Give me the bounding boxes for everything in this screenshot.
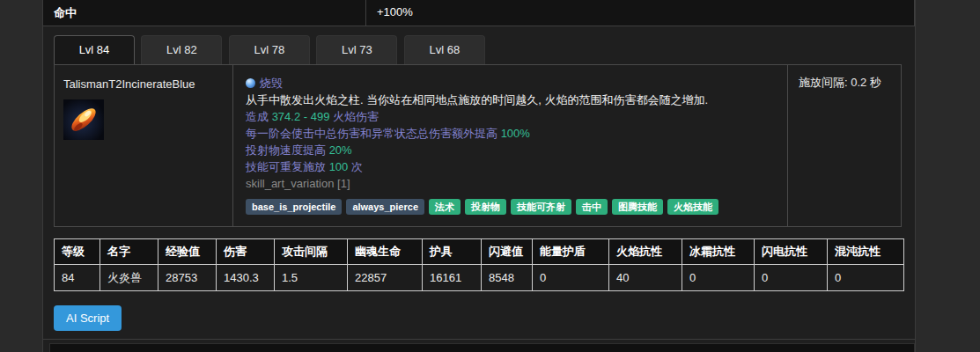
col-armour: 护具 — [423, 239, 482, 265]
skill-mod-line: 技能可重复施放 100 次 — [246, 158, 775, 175]
skill-gem-icon — [246, 78, 255, 88]
level-tabs: Lvl 84 Lvl 82 Lvl 78 Lvl 73 Lvl 68 — [54, 35, 915, 64]
skill-base-cell: TalismanT2IncinerateBlue — [55, 65, 232, 226]
tag-badge: 击中 — [576, 199, 608, 215]
cell-lightning-resist: 0 — [755, 265, 828, 291]
tag-badge: 法术 — [429, 199, 461, 215]
col-chaos-resist: 混沌抗性 — [828, 239, 904, 265]
cell-name: 火炎兽 — [100, 265, 158, 291]
monster-stats-table: 等级 名字 经验值 伤害 攻击间隔 幽魂生命 护具 闪避值 能量护盾 火焰抗性 … — [54, 238, 904, 291]
cell-fire-resist: 40 — [609, 265, 682, 291]
skill-base-name: TalismanT2IncinerateBlue — [63, 77, 224, 91]
tab-lvl-84[interactable]: Lvl 84 — [54, 35, 135, 64]
col-fire-resist: 火焰抗性 — [609, 239, 682, 265]
tag-badge: 投射物 — [465, 199, 506, 215]
cell-cold-resist: 0 — [682, 265, 755, 291]
skill-detail-cell: 烧毁 从手中散发出火焰之柱. 当你站在相同地点施放的时间越久, 火焰的范围和伤害… — [232, 65, 788, 226]
stat-row-value: +100% — [366, 0, 915, 26]
col-spirit-life: 幽魂生命 — [348, 239, 423, 265]
tab-lvl-73[interactable]: Lvl 73 — [316, 35, 397, 64]
cell-evasion: 8548 — [482, 265, 533, 291]
skill-meta-line: skill_art_variation [1] — [246, 175, 775, 192]
skill-panel: TalismanT2IncinerateBlue — [54, 64, 902, 227]
stat-row-label: 命中 — [43, 0, 366, 26]
col-cold-resist: 冰霜抗性 — [682, 239, 755, 265]
tag-badge: 火焰技能 — [667, 199, 718, 215]
cast-interval: 施放间隔: 0.2 秒 — [799, 76, 881, 89]
col-name: 名字 — [100, 239, 158, 265]
skill-mod-line: 投射物速度提高 20% — [246, 142, 775, 158]
cell-experience: 28753 — [158, 265, 217, 291]
skill-title: 烧毁 — [246, 75, 775, 92]
stats-value-row: 84 火炎兽 28753 1430.3 1.5 22857 16161 8548… — [55, 265, 904, 291]
col-experience: 经验值 — [158, 239, 217, 265]
cell-attack-interval: 1.5 — [275, 265, 348, 291]
cell-chaos-resist: 0 — [828, 265, 904, 291]
tag-badge: base_is_projectile — [246, 199, 342, 215]
section-divider — [43, 339, 915, 340]
col-damage: 伤害 — [217, 239, 275, 265]
tag-badge: 图腾技能 — [612, 199, 663, 215]
tab-lvl-78[interactable]: Lvl 78 — [229, 35, 310, 64]
col-lightning-resist: 闪电抗性 — [755, 239, 828, 265]
ai-script-button[interactable]: AI Script — [54, 305, 122, 331]
cell-energy-shield: 0 — [533, 265, 609, 291]
skill-description: 从手中散发出火焰之柱. 当你站在相同地点施放的时间越久, 火焰的范围和伤害都会随… — [246, 92, 775, 108]
cell-level: 84 — [55, 265, 100, 291]
skill-mod-line: 造成 374.2 - 499 火焰伤害 — [246, 108, 775, 125]
skill-tags: base_is_projectile always_pierce 法术 投射物 … — [246, 199, 775, 215]
col-evasion: 闪避值 — [482, 239, 533, 265]
tab-lvl-68[interactable]: Lvl 68 — [404, 35, 485, 64]
stat-row-partial: 命中 +100% — [43, 0, 915, 26]
cell-spirit-life: 22857 — [348, 265, 423, 291]
tab-lvl-82[interactable]: Lvl 82 — [141, 35, 222, 64]
col-energy-shield: 能量护盾 — [533, 239, 609, 265]
tag-badge: 技能可齐射 — [511, 199, 571, 215]
cell-damage: 1430.3 — [217, 265, 275, 291]
stats-header-row: 等级 名字 经验值 伤害 攻击间隔 幽魂生命 护具 闪避值 能量护盾 火焰抗性 … — [55, 239, 904, 265]
next-section-partial — [49, 343, 915, 352]
skill-name: 烧毁 — [260, 75, 283, 92]
cell-armour: 16161 — [423, 265, 482, 291]
fireball-icon — [63, 99, 104, 140]
col-attack-interval: 攻击间隔 — [275, 239, 348, 265]
content-column: 命中 +100% Lvl 84 Lvl 82 Lvl 78 Lvl 73 Lvl… — [42, 0, 916, 352]
col-level: 等级 — [55, 239, 100, 265]
cast-interval-cell: 施放间隔: 0.2 秒 — [788, 65, 901, 226]
skill-mod-line: 每一阶会使击中总伤害和异常状态总伤害额外提高 100% — [246, 125, 775, 142]
tag-badge: always_pierce — [346, 199, 424, 215]
